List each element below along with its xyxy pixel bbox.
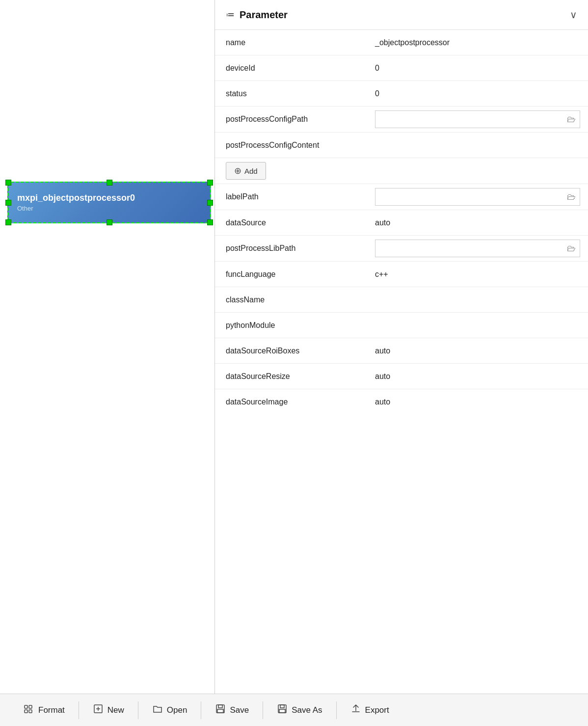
param-label-pythonModule: pythonModule xyxy=(215,315,367,336)
param-value-dataSourceRoiBoxes: auto xyxy=(367,343,588,359)
svg-rect-8 xyxy=(218,705,222,708)
param-row-dataSource: dataSource auto xyxy=(215,210,588,236)
param-row-postProcessConfigContent: postProcessConfigContent xyxy=(215,133,588,158)
param-row-name: name _objectpostprocessor xyxy=(215,30,588,55)
svg-rect-3 xyxy=(29,710,32,713)
param-rows-container: name _objectpostprocessor deviceId 0 sta… xyxy=(215,30,588,415)
save-button[interactable]: Save xyxy=(201,694,263,726)
param-value-pythonModule xyxy=(367,322,588,329)
param-panel-title: Parameter xyxy=(240,9,288,21)
add-button[interactable]: ⊕ Add xyxy=(226,162,266,180)
param-row-postProcessConfigPath: postProcessConfigPath 🗁 xyxy=(215,107,588,133)
svg-rect-2 xyxy=(29,705,32,708)
param-value-status: 0 xyxy=(367,85,588,102)
param-row-labelPath: labelPath 🗁 xyxy=(215,184,588,210)
open-label: Open xyxy=(167,705,187,715)
folder-icon-postProcessLibPath[interactable]: 🗁 xyxy=(567,243,576,254)
main-area: mxpi_objectpostprocessor0 Other ≔ Parame… xyxy=(0,0,588,694)
param-label-dataSourceImage: dataSourceImage xyxy=(215,392,367,412)
export-label: Export xyxy=(365,705,389,715)
save-icon xyxy=(215,703,226,717)
param-value-dataSource: auto xyxy=(367,215,588,231)
open-icon xyxy=(152,703,163,717)
open-button[interactable]: Open xyxy=(138,694,201,726)
param-label-postProcessLibPath: postProcessLibPath xyxy=(215,238,367,259)
param-row-status: status 0 xyxy=(215,81,588,107)
save-as-button[interactable]: Save As xyxy=(263,694,336,726)
handle-bot-center[interactable] xyxy=(107,219,112,225)
format-label: Format xyxy=(38,705,65,715)
handle-top-center[interactable] xyxy=(107,180,112,186)
export-icon xyxy=(350,703,361,717)
param-label-dataSourceResize: dataSourceResize xyxy=(215,366,367,387)
handle-mid-left[interactable] xyxy=(5,200,11,206)
canvas-area: mxpi_objectpostprocessor0 Other xyxy=(0,0,215,694)
param-label-status: status xyxy=(215,83,367,104)
param-header-left: ≔ Parameter xyxy=(226,9,288,21)
param-label-dataSource: dataSource xyxy=(215,213,367,233)
param-label-funcLanguage: funcLanguage xyxy=(215,264,367,285)
param-value-dataSourceResize: auto xyxy=(367,368,588,385)
param-label-deviceId: deviceId xyxy=(215,58,367,79)
handle-top-left[interactable] xyxy=(5,180,11,186)
param-label-className: className xyxy=(215,290,367,310)
param-value-name: _objectpostprocessor xyxy=(367,34,588,51)
handle-top-right[interactable] xyxy=(207,180,213,186)
svg-rect-0 xyxy=(25,705,27,708)
param-panel-chevron[interactable]: ∨ xyxy=(570,9,577,21)
param-value-postProcessLibPath: 🗁 xyxy=(367,236,588,261)
param-row-pythonModule: pythonModule xyxy=(215,313,588,338)
svg-rect-11 xyxy=(280,705,284,708)
param-input-postProcessConfigPath[interactable]: 🗁 xyxy=(375,110,580,128)
folder-icon-labelPath[interactable]: 🗁 xyxy=(567,192,576,202)
add-button-label: Add xyxy=(244,167,258,175)
format-button[interactable]: Format xyxy=(10,694,79,726)
node-block[interactable]: mxpi_objectpostprocessor0 Other xyxy=(7,182,211,223)
param-row-deviceId: deviceId 0 xyxy=(215,55,588,81)
param-add-row: ⊕ Add xyxy=(215,158,588,184)
param-value-funcLanguage: c++ xyxy=(367,266,588,283)
add-circle-icon: ⊕ xyxy=(234,165,241,176)
param-row-funcLanguage: funcLanguage c++ xyxy=(215,262,588,287)
parameter-panel: ≔ Parameter ∨ name _objectpostprocessor … xyxy=(215,0,588,694)
param-label-labelPath: labelPath xyxy=(215,187,367,207)
param-input-field-labelPath[interactable] xyxy=(379,193,567,201)
param-row-className: className xyxy=(215,287,588,313)
param-value-labelPath: 🗁 xyxy=(367,184,588,210)
param-label-name: name xyxy=(215,32,367,53)
format-icon xyxy=(24,703,34,717)
node-subtitle: Other xyxy=(17,205,210,212)
param-value-postProcessConfigPath: 🗁 xyxy=(367,107,588,132)
handle-mid-right[interactable] xyxy=(207,200,213,206)
param-label-dataSourceRoiBoxes: dataSourceRoiBoxes xyxy=(215,341,367,361)
save-as-icon xyxy=(277,703,288,717)
param-value-deviceId: 0 xyxy=(367,60,588,77)
save-as-label: Save As xyxy=(292,705,322,715)
new-icon xyxy=(93,703,104,717)
handle-bot-left[interactable] xyxy=(5,219,11,225)
param-value-className xyxy=(367,296,588,304)
param-input-labelPath[interactable]: 🗁 xyxy=(375,188,580,206)
param-row-dataSourceImage: dataSourceImage auto xyxy=(215,389,588,415)
footer-toolbar: Format New Open Save xyxy=(0,694,588,726)
param-row-postProcessLibPath: postProcessLibPath 🗁 xyxy=(215,236,588,262)
param-row-dataSourceResize: dataSourceResize auto xyxy=(215,364,588,389)
export-button[interactable]: Export xyxy=(337,694,403,726)
param-label-postProcessConfigContent: postProcessConfigContent xyxy=(215,135,367,156)
folder-icon-postProcessConfigPath[interactable]: 🗁 xyxy=(567,114,576,125)
param-row-dataSourceRoiBoxes: dataSourceRoiBoxes auto xyxy=(215,338,588,364)
param-label-postProcessConfigPath: postProcessConfigPath xyxy=(215,109,367,130)
new-label: New xyxy=(107,705,124,715)
param-value-dataSourceImage: auto xyxy=(367,394,588,410)
param-panel-icon: ≔ xyxy=(226,9,235,20)
new-button[interactable]: New xyxy=(79,694,138,726)
param-header: ≔ Parameter ∨ xyxy=(215,0,588,30)
svg-rect-1 xyxy=(25,710,27,713)
svg-rect-12 xyxy=(279,709,285,713)
param-input-field-postProcessConfigPath[interactable] xyxy=(379,115,567,124)
param-input-field-postProcessLibPath[interactable] xyxy=(379,244,567,253)
save-label: Save xyxy=(230,705,249,715)
node-title: mxpi_objectpostprocessor0 xyxy=(17,193,210,203)
param-input-postProcessLibPath[interactable]: 🗁 xyxy=(375,240,580,257)
handle-bot-right[interactable] xyxy=(207,219,213,225)
